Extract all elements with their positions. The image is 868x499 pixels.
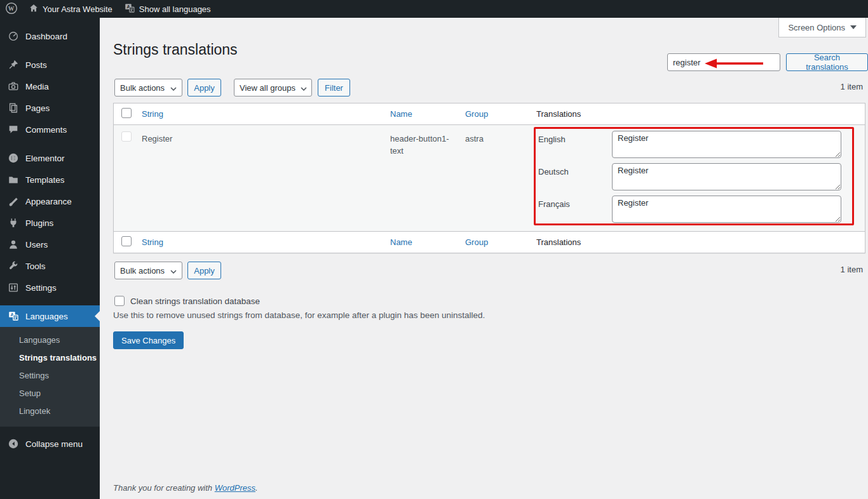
- current-menu-arrow-icon: [95, 311, 100, 321]
- admin-sidebar: Dashboard Posts Media Pages Comments Ele…: [0, 18, 100, 499]
- settings-icon: [6, 281, 20, 294]
- select-all-checkbox-bottom[interactable]: [121, 236, 132, 246]
- sidebar-item-languages[interactable]: A Languages: [0, 305, 100, 327]
- table-header-row: String Name Group Translations: [114, 103, 865, 124]
- screen-options-caret-icon: [850, 25, 857, 29]
- submenu-item-setup[interactable]: Setup: [0, 385, 100, 403]
- footer-credit: Thank you for creating with WordPress.: [113, 483, 258, 493]
- appearance-icon: [6, 195, 20, 208]
- translation-language-label: Deutsch: [536, 163, 612, 190]
- items-count-bottom: 1 item: [841, 265, 863, 274]
- sidebar-item-elementor[interactable]: Elementor: [0, 147, 100, 169]
- chevron-down-icon: [301, 83, 307, 93]
- wordpress-admin: { "admin_bar": { "site_name": "Your Astr…: [0, 0, 868, 499]
- chevron-down-icon: [170, 266, 177, 276]
- translation-textarea-english[interactable]: Register: [612, 131, 841, 158]
- elementor-icon: [6, 152, 20, 164]
- apply-button-bottom[interactable]: Apply: [187, 262, 221, 279]
- translation-row-english: English Register: [536, 131, 865, 158]
- posts-icon: [6, 58, 20, 71]
- clean-database-checkbox[interactable]: [114, 296, 125, 306]
- users-icon: [6, 238, 20, 251]
- templates-icon: [6, 173, 20, 186]
- row-group: astra: [465, 125, 536, 231]
- column-footer-string[interactable]: String: [142, 237, 163, 247]
- submenu-item-settings[interactable]: Settings: [0, 367, 100, 385]
- chevron-down-icon: [170, 83, 177, 93]
- wordpress-logo-icon: W: [5, 2, 18, 17]
- admin-bar-languages-switcher[interactable]: A Show all languages: [118, 0, 217, 18]
- column-footer-group[interactable]: Group: [465, 237, 488, 247]
- column-header-name[interactable]: Name: [390, 109, 412, 119]
- column-header-translations: Translations: [536, 109, 581, 119]
- bulk-actions-select[interactable]: Bulk actions: [114, 79, 182, 96]
- translation-textarea-deutsch[interactable]: Register: [612, 163, 841, 190]
- clean-database-description: Use this to remove unused strings from d…: [113, 310, 485, 320]
- column-footer-name[interactable]: Name: [390, 237, 412, 247]
- sidebar-item-plugins[interactable]: Plugins: [0, 212, 100, 234]
- clean-database-row: Clean strings translation database: [114, 296, 260, 306]
- svg-text:W: W: [8, 4, 15, 11]
- translation-textarea-francais[interactable]: Register: [612, 196, 841, 223]
- wordpress-menu-button[interactable]: W: [0, 2, 23, 17]
- admin-bar: W Your Astra Website A Show all language…: [0, 0, 868, 18]
- admin-menu: Dashboard Posts Media Pages Comments Ele…: [0, 18, 100, 455]
- media-icon: [6, 80, 20, 93]
- admin-bar-site-link[interactable]: Your Astra Website: [23, 0, 118, 18]
- search-input[interactable]: [667, 53, 780, 71]
- table-row: Register header-button1-text astra Engli…: [114, 124, 865, 232]
- collapse-icon: [6, 437, 20, 450]
- row-string: Register: [142, 125, 390, 231]
- row-name: header-button1-text: [390, 125, 465, 231]
- submenu-item-languages[interactable]: Languages: [0, 331, 100, 349]
- languages-icon: A: [6, 310, 20, 323]
- languages-submenu: Languages Strings translations Settings …: [0, 327, 100, 427]
- clean-database-label: Clean strings translation database: [130, 296, 260, 306]
- collapse-menu-button[interactable]: Collapse menu: [0, 433, 100, 455]
- items-count-top: 1 item: [841, 82, 863, 91]
- save-changes-button[interactable]: Save Changes: [113, 331, 184, 349]
- sidebar-item-tools[interactable]: Tools: [0, 255, 100, 277]
- group-filter-select[interactable]: View all groups: [234, 79, 312, 96]
- translation-row-deutsch: Deutsch Register: [536, 163, 865, 190]
- sidebar-item-templates[interactable]: Templates: [0, 169, 100, 190]
- plugins-icon: [6, 216, 20, 229]
- sidebar-item-dashboard[interactable]: Dashboard: [0, 25, 100, 47]
- table-footer-row: String Name Group Translations: [114, 232, 865, 253]
- comments-icon: [6, 123, 20, 136]
- home-icon: [29, 3, 39, 15]
- filter-button[interactable]: Filter: [318, 79, 350, 96]
- apply-button[interactable]: Apply: [187, 79, 221, 96]
- sidebar-item-posts[interactable]: Posts: [0, 54, 100, 76]
- sidebar-item-comments[interactable]: Comments: [0, 119, 100, 140]
- tools-icon: [6, 260, 20, 272]
- column-footer-translations: Translations: [536, 237, 581, 247]
- dashboard-icon: [6, 30, 20, 43]
- row-checkbox[interactable]: [121, 131, 132, 142]
- bulk-actions-select-bottom[interactable]: Bulk actions: [114, 262, 182, 279]
- sidebar-item-users[interactable]: Users: [0, 234, 100, 255]
- sidebar-item-pages[interactable]: Pages: [0, 97, 100, 119]
- site-name: Your Astra Website: [43, 4, 112, 14]
- page-title: Strings translations: [113, 41, 238, 59]
- screen-options-label: Screen Options: [788, 23, 845, 32]
- search-translations-button[interactable]: Search translations: [786, 53, 868, 71]
- wordpress-link[interactable]: WordPress: [215, 483, 255, 493]
- translation-row-francais: Français Register: [536, 196, 865, 223]
- translation-icon: A: [124, 3, 135, 16]
- sidebar-item-appearance[interactable]: Appearance: [0, 190, 100, 212]
- row-translations: English Register Deutsch Register França…: [536, 125, 865, 231]
- pages-icon: [6, 102, 20, 114]
- translation-language-label: Français: [536, 196, 612, 223]
- show-all-languages-label: Show all languages: [139, 4, 211, 14]
- sidebar-item-settings[interactable]: Settings: [0, 277, 100, 298]
- strings-table: String Name Group Translations Register …: [113, 103, 865, 253]
- screen-options-button[interactable]: Screen Options: [778, 18, 866, 37]
- column-header-string[interactable]: String: [142, 109, 163, 119]
- select-all-checkbox[interactable]: [121, 108, 132, 118]
- submenu-item-strings-translations[interactable]: Strings translations: [0, 349, 100, 367]
- main-content: Screen Options Strings translations Sear…: [100, 18, 868, 499]
- submenu-item-lingotek[interactable]: Lingotek: [0, 403, 100, 420]
- sidebar-item-media[interactable]: Media: [0, 76, 100, 97]
- column-header-group[interactable]: Group: [465, 109, 488, 119]
